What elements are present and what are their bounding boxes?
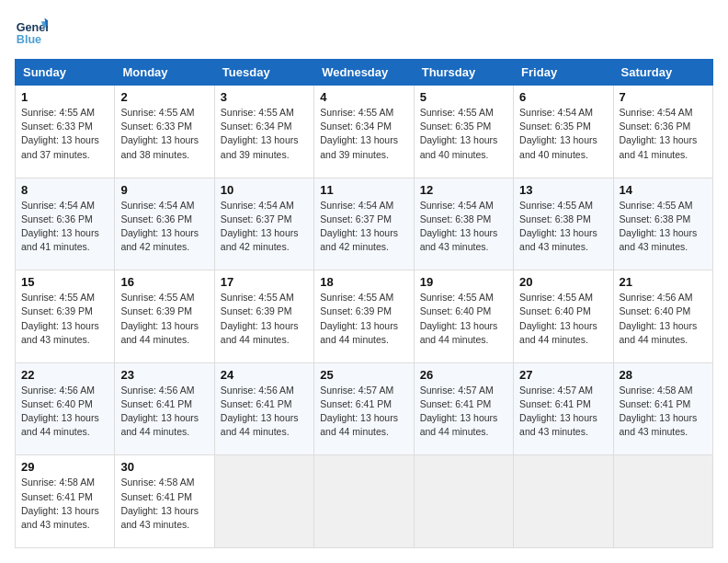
sunset-value: 6:41 PM bbox=[455, 398, 491, 409]
sunrise-label: Sunrise: bbox=[21, 385, 59, 396]
daylight-label: Daylight: bbox=[620, 412, 660, 423]
sunset-label: Sunset: bbox=[320, 213, 356, 224]
sunset-label: Sunset: bbox=[420, 121, 456, 132]
sunrise-value: 4:55 AM bbox=[458, 107, 494, 118]
calendar-cell bbox=[514, 455, 613, 548]
daylight-label: Daylight: bbox=[221, 320, 261, 331]
sunset-value: 6:41 PM bbox=[555, 398, 591, 409]
sunset-label: Sunset: bbox=[221, 121, 256, 132]
calendar-week-4: 22Sunrise: 4:56 AMSunset: 6:40 PMDayligh… bbox=[16, 362, 713, 455]
day-number: 20 bbox=[519, 275, 607, 289]
calendar-cell: 28Sunrise: 4:58 AMSunset: 6:41 PMDayligh… bbox=[613, 362, 712, 455]
day-number: 3 bbox=[221, 90, 308, 104]
sunrise-value: 4:56 AM bbox=[657, 292, 693, 303]
sunrise-value: 4:57 AM bbox=[558, 385, 594, 396]
sunset-value: 6:38 PM bbox=[455, 213, 491, 224]
sunrise-value: 4:56 AM bbox=[258, 385, 294, 396]
sunset-label: Sunset: bbox=[620, 305, 655, 316]
sunrise-value: 4:55 AM bbox=[159, 107, 195, 118]
calendar-header-thursday: Thursday bbox=[414, 60, 513, 86]
sunrise-label: Sunrise: bbox=[620, 292, 657, 303]
sunrise-value: 4:56 AM bbox=[159, 385, 195, 396]
calendar-cell: 25Sunrise: 4:57 AMSunset: 6:41 PMDayligh… bbox=[314, 362, 414, 455]
sunset-value: 6:40 PM bbox=[555, 305, 591, 316]
sunrise-value: 4:54 AM bbox=[258, 200, 294, 211]
daylight-label: Daylight: bbox=[221, 134, 261, 145]
sunset-label: Sunset: bbox=[120, 398, 156, 409]
day-number: 6 bbox=[519, 90, 607, 104]
sunset-value: 6:35 PM bbox=[555, 121, 591, 132]
calendar-cell: 4Sunrise: 4:55 AMSunset: 6:34 PMDaylight… bbox=[314, 86, 414, 178]
sunrise-label: Sunrise: bbox=[21, 292, 59, 303]
sunrise-value: 4:55 AM bbox=[558, 292, 594, 303]
sunset-value: 6:41 PM bbox=[57, 491, 93, 502]
day-number: 25 bbox=[320, 368, 407, 382]
calendar-cell: 10Sunrise: 4:54 AMSunset: 6:37 PMDayligh… bbox=[214, 178, 313, 270]
sunrise-label: Sunrise: bbox=[420, 107, 458, 118]
calendar-cell: 1Sunrise: 4:55 AMSunset: 6:33 PMDaylight… bbox=[16, 86, 115, 178]
calendar-cell: 9Sunrise: 4:54 AMSunset: 6:36 PMDaylight… bbox=[115, 178, 214, 270]
sunrise-label: Sunrise: bbox=[519, 292, 557, 303]
sunrise-value: 4:58 AM bbox=[59, 477, 95, 488]
daylight-label: Daylight: bbox=[420, 412, 461, 423]
sunrise-value: 4:55 AM bbox=[59, 107, 95, 118]
sunset-value: 6:39 PM bbox=[256, 305, 291, 316]
sunset-value: 6:34 PM bbox=[256, 121, 291, 132]
calendar-cell: 13Sunrise: 4:55 AMSunset: 6:38 PMDayligh… bbox=[514, 178, 613, 270]
calendar-cell: 17Sunrise: 4:55 AMSunset: 6:39 PMDayligh… bbox=[214, 270, 313, 363]
sunrise-value: 4:55 AM bbox=[458, 292, 494, 303]
sunset-label: Sunset: bbox=[120, 121, 156, 132]
sunrise-label: Sunrise: bbox=[221, 200, 258, 211]
sunrise-value: 4:55 AM bbox=[59, 292, 95, 303]
sunset-label: Sunset: bbox=[519, 305, 555, 316]
sunset-value: 6:40 PM bbox=[57, 398, 93, 409]
day-number: 2 bbox=[120, 90, 208, 104]
calendar-cell: 24Sunrise: 4:56 AMSunset: 6:41 PMDayligh… bbox=[214, 362, 313, 455]
calendar-cell: 21Sunrise: 4:56 AMSunset: 6:40 PMDayligh… bbox=[613, 270, 712, 363]
sunset-value: 6:41 PM bbox=[654, 398, 690, 409]
daylight-label: Daylight: bbox=[320, 412, 360, 423]
calendar-cell bbox=[414, 455, 513, 548]
calendar-table: SundayMondayTuesdayWednesdayThursdayFrid… bbox=[15, 59, 713, 548]
day-number: 4 bbox=[320, 90, 407, 104]
sunrise-value: 4:56 AM bbox=[59, 385, 95, 396]
sunset-value: 6:33 PM bbox=[57, 121, 93, 132]
calendar-header-sunday: Sunday bbox=[16, 60, 115, 86]
day-number: 22 bbox=[21, 368, 108, 382]
daylight-label: Daylight: bbox=[420, 320, 461, 331]
sunrise-value: 4:55 AM bbox=[159, 292, 195, 303]
sunset-value: 6:39 PM bbox=[356, 305, 392, 316]
sunrise-label: Sunrise: bbox=[21, 477, 59, 488]
calendar-cell: 16Sunrise: 4:55 AMSunset: 6:39 PMDayligh… bbox=[115, 270, 214, 363]
day-number: 18 bbox=[320, 275, 407, 289]
day-number: 12 bbox=[420, 183, 507, 197]
sunrise-label: Sunrise: bbox=[320, 107, 358, 118]
sunrise-value: 4:54 AM bbox=[59, 200, 95, 211]
sunset-value: 6:33 PM bbox=[156, 121, 192, 132]
day-number: 26 bbox=[420, 368, 507, 382]
calendar-cell: 29Sunrise: 4:58 AMSunset: 6:41 PMDayligh… bbox=[16, 455, 115, 548]
daylight-label: Daylight: bbox=[519, 412, 560, 423]
day-number: 14 bbox=[620, 183, 707, 197]
sunset-value: 6:40 PM bbox=[455, 305, 491, 316]
calendar-header-monday: Monday bbox=[115, 60, 214, 86]
header: General Blue bbox=[15, 15, 713, 48]
sunset-value: 6:35 PM bbox=[455, 121, 491, 132]
sunrise-label: Sunrise: bbox=[21, 107, 59, 118]
sunrise-label: Sunrise: bbox=[21, 200, 59, 211]
calendar-header-friday: Friday bbox=[514, 60, 613, 86]
sunset-value: 6:38 PM bbox=[654, 213, 690, 224]
day-number: 8 bbox=[21, 183, 108, 197]
calendar-cell: 7Sunrise: 4:54 AMSunset: 6:36 PMDaylight… bbox=[613, 86, 712, 178]
sunrise-label: Sunrise: bbox=[620, 107, 657, 118]
sunrise-value: 4:57 AM bbox=[458, 385, 494, 396]
daylight-label: Daylight: bbox=[620, 320, 660, 331]
sunset-value: 6:37 PM bbox=[356, 213, 392, 224]
sunset-label: Sunset: bbox=[21, 491, 57, 502]
calendar-cell: 26Sunrise: 4:57 AMSunset: 6:41 PMDayligh… bbox=[414, 362, 513, 455]
calendar-cell: 23Sunrise: 4:56 AMSunset: 6:41 PMDayligh… bbox=[115, 362, 214, 455]
daylight-label: Daylight: bbox=[320, 227, 360, 238]
sunset-label: Sunset: bbox=[320, 121, 356, 132]
sunrise-label: Sunrise: bbox=[420, 292, 458, 303]
day-number: 7 bbox=[620, 90, 707, 104]
